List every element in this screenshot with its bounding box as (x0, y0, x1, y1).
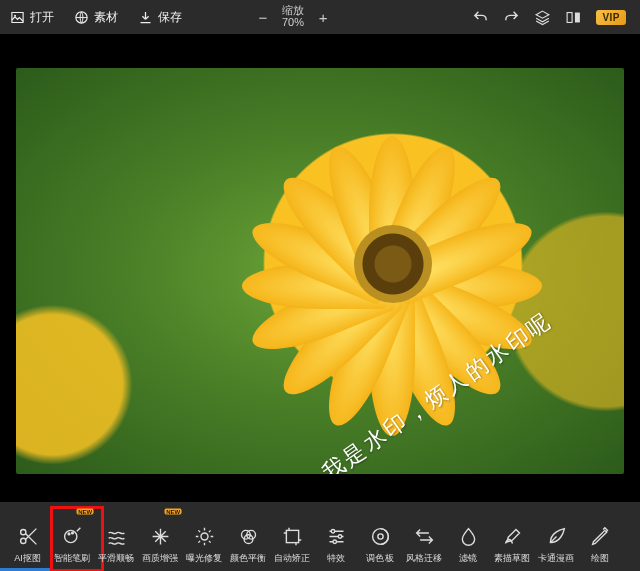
tool-sketch[interactable]: 素描草图 (490, 509, 534, 565)
download-icon (138, 10, 153, 25)
pencil-icon (590, 526, 611, 547)
tool-label: 颜色平衡 (230, 552, 267, 565)
canvas-area: 我是水印，烦人的水印呢 (0, 35, 640, 502)
new-badge: NEW (164, 509, 181, 515)
zoom-readout: 缩放 70% (276, 5, 310, 28)
globe-icon (74, 10, 89, 25)
tool-filter[interactable]: 滤镜 (446, 509, 490, 565)
redo-icon[interactable] (503, 9, 520, 26)
tool-draw[interactable]: 绘图 (578, 509, 622, 565)
tool-label: 素描草图 (494, 552, 531, 565)
tool-label: 调色板 (366, 552, 394, 565)
svg-point-16 (333, 540, 337, 544)
layers-icon[interactable] (534, 9, 551, 26)
tool-smooth[interactable]: 平滑顺畅 (94, 509, 138, 565)
tool-label: 平滑顺畅 (98, 552, 135, 565)
sparkle-icon (150, 526, 171, 547)
svg-point-14 (331, 530, 335, 534)
top-toolbar: 打开 素材 保存 − 缩放 70% + VIP (0, 0, 640, 35)
svg-point-6 (64, 530, 76, 542)
image-canvas[interactable]: 我是水印，烦人的水印呢 (16, 68, 624, 474)
svg-point-15 (338, 535, 342, 539)
zoom-value: 70% (282, 17, 304, 29)
zoom-out-button[interactable]: − (252, 9, 274, 26)
vip-badge[interactable]: VIP (596, 10, 626, 25)
svg-point-9 (201, 533, 208, 540)
open-button[interactable]: 打开 (0, 0, 64, 34)
compare-icon[interactable] (565, 9, 582, 26)
svg-point-18 (377, 534, 382, 539)
topbar-right: VIP (472, 9, 640, 26)
pencil-draw-icon (502, 526, 523, 547)
svg-rect-3 (575, 12, 580, 22)
swap-icon (414, 526, 435, 547)
tool-enhance[interactable]: NEW 画质增强 (138, 509, 182, 565)
tool-label: 特效 (327, 552, 345, 565)
tool-smart-brush[interactable]: NEW 智能笔刷 (50, 509, 94, 565)
new-badge: NEW (76, 509, 93, 515)
rgb-icon (238, 526, 259, 547)
svg-point-7 (68, 533, 70, 535)
bottom-toolbar: AI抠图 NEW 智能笔刷 平滑顺畅 NEW 画质增强 曝光修复 颜色平衡 自动… (0, 502, 640, 571)
tool-ai-cutout[interactable]: AI抠图 (6, 509, 50, 565)
svg-rect-13 (286, 530, 298, 542)
tool-label: AI抠图 (14, 552, 41, 565)
save-button[interactable]: 保存 (128, 0, 192, 34)
tool-label: 曝光修复 (186, 552, 223, 565)
undo-icon[interactable] (472, 9, 489, 26)
drop-icon (458, 526, 479, 547)
sun-icon (194, 526, 215, 547)
tool-style-transfer[interactable]: 风格迁移 (402, 509, 446, 565)
tool-auto-correct[interactable]: 自动矫正 (270, 509, 314, 565)
sliders-icon (326, 526, 347, 547)
flower-center (354, 225, 432, 303)
open-label: 打开 (30, 9, 54, 26)
tool-label: 自动矫正 (274, 552, 311, 565)
leaf-icon (546, 526, 567, 547)
svg-rect-2 (568, 12, 573, 22)
swatch-icon (370, 526, 391, 547)
tool-label: 画质增强 (142, 552, 179, 565)
tool-color-balance[interactable]: 颜色平衡 (226, 509, 270, 565)
tool-label: 卡通漫画 (538, 552, 575, 565)
image-icon (10, 10, 25, 25)
tool-label: 风格迁移 (406, 552, 443, 565)
svg-point-0 (14, 14, 16, 16)
svg-point-8 (71, 532, 73, 534)
assets-button[interactable]: 素材 (64, 0, 128, 34)
tool-label: 绘图 (591, 552, 609, 565)
crop-rotate-icon (282, 526, 303, 547)
scissors-icon (18, 526, 39, 547)
palette-brush-icon (62, 526, 83, 547)
assets-label: 素材 (94, 9, 118, 26)
waves-icon (106, 526, 127, 547)
zoom-control: − 缩放 70% + (252, 5, 334, 28)
zoom-in-button[interactable]: + (312, 9, 334, 26)
tool-cartoon[interactable]: 卡通漫画 (534, 509, 578, 565)
save-label: 保存 (158, 9, 182, 26)
tool-effects[interactable]: 特效 (314, 509, 358, 565)
tool-exposure[interactable]: 曝光修复 (182, 509, 226, 565)
tool-palette[interactable]: 调色板 (358, 509, 402, 565)
tool-label: 智能笔刷 (54, 552, 91, 565)
tool-label: 滤镜 (459, 552, 477, 565)
